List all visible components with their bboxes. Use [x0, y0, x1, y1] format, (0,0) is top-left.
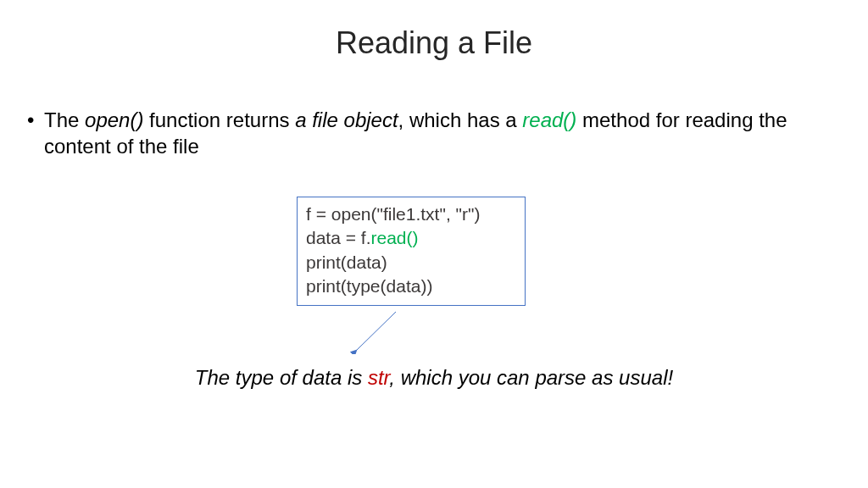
slide: Reading a File • The open() function ret…: [0, 0, 868, 488]
code-line-1: f = open("file1.txt", "r"): [306, 202, 516, 226]
arrow-icon: [349, 312, 400, 354]
bullet-text: The open() function returns a file objec…: [44, 108, 787, 158]
bullet-item: • The open() function returns a file obj…: [44, 107, 807, 159]
code-line-3: print(data): [306, 251, 516, 274]
caption-segment: , which you can parse as usual!: [389, 366, 673, 389]
text-segment: , which has a: [398, 108, 523, 131]
svg-line-0: [356, 312, 396, 351]
text-segment: The: [44, 108, 85, 131]
term-file-object: a file object: [295, 108, 398, 131]
bullet-marker: •: [27, 107, 34, 133]
code-line-2a: data = f.: [306, 228, 370, 247]
code-term-open: open(): [85, 108, 143, 131]
caption-str: str: [368, 366, 389, 389]
code-line-4: print(type(data)): [306, 274, 516, 298]
code-box: f = open("file1.txt", "r") data = f.read…: [297, 197, 526, 306]
code-line-2b: read(): [370, 228, 418, 247]
caption: The type of data is str, which you can p…: [0, 366, 868, 390]
slide-title: Reading a File: [0, 25, 868, 61]
text-segment: function returns: [143, 108, 295, 131]
code-term-read: read(): [522, 108, 576, 131]
caption-segment: The type of data is: [195, 366, 368, 389]
code-line-2: data = f.read(): [306, 226, 516, 250]
